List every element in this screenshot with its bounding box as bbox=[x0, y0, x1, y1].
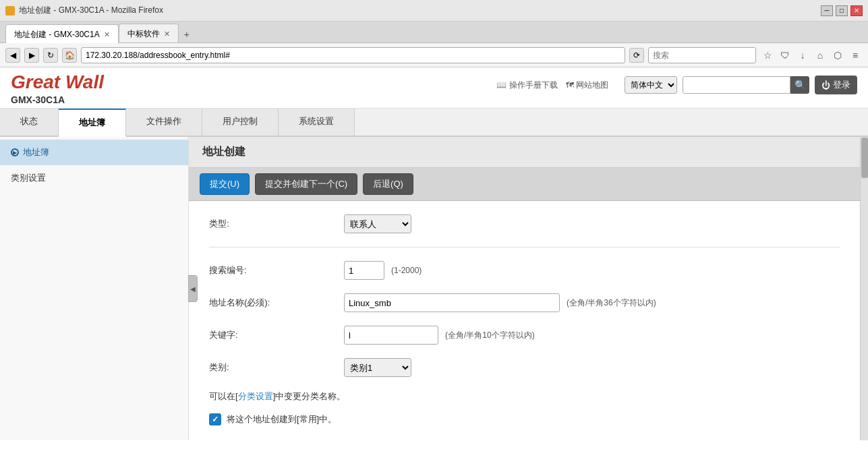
type-label: 类型: bbox=[209, 218, 344, 230]
pocket-icon[interactable]: ⬡ bbox=[830, 48, 845, 63]
new-tab-button[interactable]: + bbox=[179, 26, 195, 42]
circle-icon: ▶ bbox=[11, 148, 19, 156]
search-num-control: (1-2000) bbox=[344, 261, 422, 280]
tab-close-addressbook[interactable]: ✕ bbox=[104, 30, 110, 39]
bookmark-icon[interactable]: ☆ bbox=[760, 48, 775, 63]
type-control: 联系人 群组 bbox=[344, 214, 411, 233]
sidebar: ▶ 地址簿 类别设置 ◀ bbox=[0, 137, 189, 440]
action-bar: 提交(U) 提交并创建下一个(C) 后退(Q) bbox=[189, 168, 860, 201]
form-note: 可以在[分类设置]中变更分类名称。 bbox=[209, 390, 840, 403]
sidebar-item-category[interactable]: 类别设置 bbox=[0, 165, 188, 191]
keyword-label: 关键字: bbox=[209, 329, 344, 341]
nav-tab-addressbook[interactable]: 地址簿 bbox=[59, 109, 126, 137]
scrollbar-thumb[interactable] bbox=[861, 138, 868, 178]
content-wrapper: ▶ 地址簿 类别设置 ◀ 地址创建 提交(U) 提交并创建下一个(C) 后退(Q… bbox=[0, 137, 868, 440]
browser-title: 地址创建 - GMX-30C1A - Mozilla Firefox bbox=[19, 5, 163, 16]
name-control: (全角/半角36个字符以内) bbox=[344, 293, 656, 312]
header-search-button[interactable]: 🔍 bbox=[790, 76, 809, 94]
logo: Great Wall bbox=[11, 73, 104, 92]
form-divider-1 bbox=[209, 247, 840, 247]
keyword-input[interactable] bbox=[344, 326, 438, 345]
address-bar: ◀ ▶ ↻ 🏠 ⟳ ☆ 🛡 ↓ ⌂ ⬡ ≡ bbox=[0, 43, 868, 67]
form-row-search-num: 搜索编号: (1-2000) bbox=[209, 261, 840, 280]
page-title: 地址创建 bbox=[189, 137, 860, 168]
category-control: 类别1 类别2 类别3 bbox=[344, 358, 411, 377]
url-input[interactable] bbox=[81, 47, 625, 63]
manual-download-link[interactable]: 📖 操作手册下载 bbox=[496, 80, 557, 91]
name-input[interactable] bbox=[344, 293, 560, 312]
nav-tab-status[interactable]: 状态 bbox=[0, 109, 59, 136]
type-select[interactable]: 联系人 群组 bbox=[344, 214, 411, 233]
restore-button[interactable]: □ bbox=[836, 5, 848, 16]
tab-bar: 地址创建 - GMX-30C1A ✕ 中标软件 ✕ + bbox=[0, 22, 868, 43]
form-row-keyword: 关键字: (全角/半角10个字符以内) bbox=[209, 326, 840, 345]
category-select[interactable]: 类别1 类别2 类别3 bbox=[344, 358, 411, 377]
keyword-hint: (全角/半角10个字符以内) bbox=[445, 330, 535, 341]
download-icon[interactable]: ↓ bbox=[795, 48, 810, 63]
login-icon: ⏻ bbox=[821, 80, 830, 90]
back-button-form[interactable]: 后退(Q) bbox=[363, 173, 413, 195]
home-button[interactable]: 🏠 bbox=[62, 48, 77, 63]
app-header: Great Wall GMX-30C1A 📖 操作手册下载 🗺 网站地图 简体中… bbox=[0, 67, 868, 109]
main-content: 地址创建 提交(U) 提交并创建下一个(C) 后退(Q) 类型: 联系人 群组 … bbox=[189, 137, 860, 440]
browser-search-input[interactable] bbox=[648, 47, 756, 63]
toolbar-icons: ☆ 🛡 ↓ ⌂ ⬡ ≡ bbox=[760, 48, 863, 63]
form-row-category: 类别: 类别1 类别2 类别3 bbox=[209, 358, 840, 377]
language-select[interactable]: 简体中文 English bbox=[625, 76, 677, 94]
nav-tab-settings[interactable]: 系统设置 bbox=[279, 109, 355, 136]
form-row-type: 类型: 联系人 群组 bbox=[209, 214, 840, 233]
header-right: 📖 操作手册下载 🗺 网站地图 简体中文 English 🔍 ⏻ 登录 bbox=[496, 73, 857, 94]
search-num-label: 搜索编号: bbox=[209, 264, 344, 276]
submit-create-next-button[interactable]: 提交并创建下一个(C) bbox=[255, 173, 357, 195]
tab-label-addressbook: 地址创建 - GMX-30C1A bbox=[14, 29, 100, 40]
menu-icon[interactable]: ≡ bbox=[848, 48, 863, 63]
sidebar-item-addressbook[interactable]: ▶ 地址簿 bbox=[0, 140, 188, 165]
minimize-button[interactable]: ─ bbox=[821, 5, 833, 16]
category-settings-link[interactable]: 分类设置 bbox=[238, 391, 273, 401]
reload-button[interactable]: ↻ bbox=[43, 48, 58, 63]
logo-section: Great Wall GMX-30C1A bbox=[11, 73, 104, 105]
forward-button[interactable]: ▶ bbox=[24, 48, 39, 63]
form-row-name: 地址名称(必须): (全角/半角36个字符以内) bbox=[209, 293, 840, 312]
device-name: GMX-30C1A bbox=[11, 94, 104, 105]
window-controls: ─ □ ✕ bbox=[821, 5, 863, 16]
main-nav: 状态 地址簿 文件操作 用户控制 系统设置 bbox=[0, 109, 868, 137]
sidebar-toggle-button[interactable]: ◀ bbox=[188, 275, 198, 302]
header-tools: 📖 操作手册下载 🗺 网站地图 bbox=[496, 80, 608, 91]
name-label: 地址名称(必须): bbox=[209, 297, 344, 309]
header-search: 🔍 bbox=[683, 76, 809, 94]
login-button[interactable]: ⏻ 登录 bbox=[815, 76, 857, 94]
submit-button[interactable]: 提交(U) bbox=[200, 173, 250, 195]
sitemap-link[interactable]: 🗺 网站地图 bbox=[566, 80, 608, 91]
nav-tab-usercontrol[interactable]: 用户控制 bbox=[202, 109, 279, 136]
refresh-button[interactable]: ⟳ bbox=[629, 48, 644, 63]
form-area: 类型: 联系人 群组 搜索编号: (1-2000) 地址名 bbox=[189, 201, 860, 439]
tab-zhongbiao[interactable]: 中标软件 ✕ bbox=[119, 24, 179, 42]
nav-tab-fileops[interactable]: 文件操作 bbox=[126, 109, 202, 136]
browser-titlebar: 地址创建 - GMX-30C1A - Mozilla Firefox ─ □ ✕ bbox=[0, 0, 868, 22]
header-search-input[interactable] bbox=[683, 76, 790, 94]
close-button[interactable]: ✕ bbox=[850, 5, 863, 16]
tab-label-zhongbiao: 中标软件 bbox=[127, 28, 160, 40]
scrollbar[interactable] bbox=[860, 137, 868, 440]
keyword-control: (全角/半角10个字符以内) bbox=[344, 326, 535, 345]
shield-icon[interactable]: 🛡 bbox=[778, 48, 792, 63]
search-num-input[interactable] bbox=[344, 261, 384, 280]
checkbox-label: 将这个地址创建到[常用]中。 bbox=[227, 413, 337, 425]
category-label: 类别: bbox=[209, 361, 344, 374]
tab-addressbook[interactable]: 地址创建 - GMX-30C1A ✕ bbox=[5, 24, 119, 43]
form-checkbox-row: 将这个地址创建到[常用]中。 bbox=[209, 413, 840, 425]
name-hint: (全角/半角36个字符以内) bbox=[567, 297, 656, 309]
browser-favicon bbox=[5, 6, 15, 16]
favorites-checkbox[interactable] bbox=[209, 413, 221, 425]
home-nav-icon[interactable]: ⌂ bbox=[813, 48, 828, 63]
back-button[interactable]: ◀ bbox=[5, 48, 20, 63]
tab-close-zhongbiao[interactable]: ✕ bbox=[164, 30, 170, 38]
search-num-hint: (1-2000) bbox=[391, 266, 422, 275]
